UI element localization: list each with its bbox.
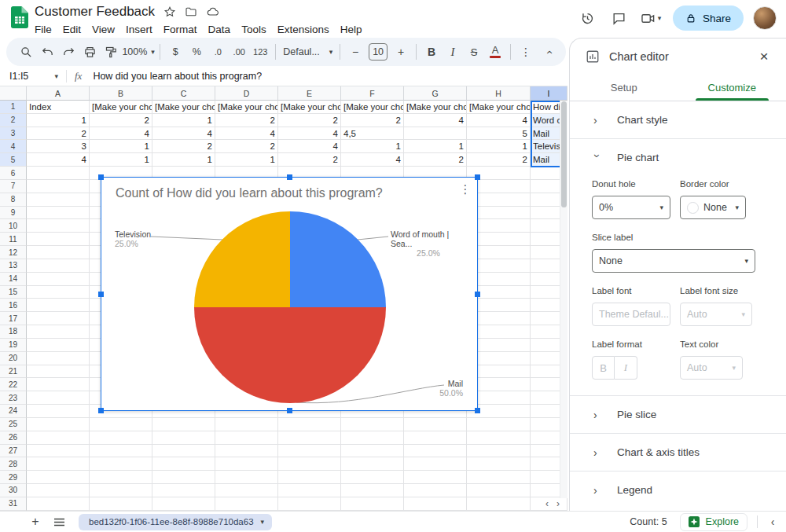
cell-F31[interactable] [341,497,404,511]
menu-file[interactable]: File [29,21,57,38]
cell-E5[interactable]: 2 [278,153,341,167]
section-chart-axis-titles[interactable]: › Chart & axis titles [570,434,786,471]
cell-A11[interactable] [27,233,90,246]
col-header-H[interactable]: H [467,86,531,101]
row-header-8[interactable]: 8 [0,193,27,207]
cell-A14[interactable] [27,273,90,286]
cell-G31[interactable] [404,497,467,511]
cell-E1[interactable]: [Make your choi [278,101,341,114]
move-folder-icon[interactable] [185,6,197,18]
cell-C1[interactable]: [Make your choi [152,101,215,114]
cell-D2[interactable]: 2 [215,114,278,127]
cell-B2[interactable]: 2 [90,114,152,127]
avatar[interactable] [753,6,777,30]
cell-B1[interactable]: [Make your choi [90,101,152,114]
sheet-tab[interactable]: bed132f0-1f06-11ee-8e8f-8988e710da63 ▾ [79,514,272,530]
row-header-12[interactable]: 12 [0,246,27,259]
menu-tools[interactable]: Tools [236,21,272,38]
row-header-2[interactable]: 2 [0,114,27,127]
row-header-10[interactable]: 10 [0,219,27,233]
row-header-26[interactable]: 26 [0,431,27,445]
cell-H28[interactable] [467,457,531,471]
sheets-logo-icon[interactable] [11,6,28,28]
border-color-select[interactable]: None ▾ [680,196,746,219]
cell-C28[interactable] [152,457,215,471]
cell-A30[interactable] [27,484,90,497]
cell-D28[interactable] [215,457,278,471]
cell-A12[interactable] [27,246,90,259]
col-header-E[interactable]: E [278,86,341,101]
row-header-25[interactable]: 25 [0,418,27,431]
document-title[interactable]: Customer Feedback [35,4,155,20]
row-header-22[interactable]: 22 [0,378,27,391]
cell-F26[interactable] [341,431,404,445]
row-header-4[interactable]: 4 [0,140,27,153]
select-all-corner[interactable] [0,86,27,101]
cell-E3[interactable]: 4 [278,127,341,141]
close-panel-icon[interactable]: × [755,48,773,65]
col-header-A[interactable]: A [27,86,90,101]
cell-A13[interactable] [27,259,90,273]
row-header-29[interactable]: 29 [0,471,27,484]
cell-E2[interactable]: 2 [278,114,341,127]
cell-B26[interactable] [90,431,152,445]
cell-H1[interactable]: [Make your choi [467,101,531,114]
tab-customize[interactable]: Customize [678,75,786,101]
percent-format-button[interactable]: % [186,42,207,62]
col-header-B[interactable]: B [90,86,152,101]
row-header-28[interactable]: 28 [0,457,27,471]
cell-G2[interactable]: 4 [404,114,467,127]
row-header-23[interactable]: 23 [0,391,27,405]
cell-D30[interactable] [215,484,278,497]
row-header-20[interactable]: 20 [0,352,27,365]
cell-E28[interactable] [278,457,341,471]
cell-A25[interactable] [27,418,90,431]
cell-B25[interactable] [90,418,152,431]
row-header-18[interactable]: 18 [0,325,27,339]
col-header-C[interactable]: C [152,86,215,101]
cell-C26[interactable] [152,431,215,445]
collapse-panel-icon[interactable]: ‹ [762,515,783,528]
formula-input[interactable]: How did you learn about this program? [93,71,262,82]
cell-D31[interactable] [215,497,278,511]
row-header-7[interactable]: 7 [0,180,27,193]
cell-F25[interactable] [341,418,404,431]
resize-handle[interactable] [98,174,104,180]
cell-B5[interactable]: 1 [90,153,152,167]
print-icon[interactable] [79,42,100,62]
cell-B27[interactable] [90,445,152,458]
row-header-19[interactable]: 19 [0,339,27,352]
cell-A19[interactable] [27,339,90,352]
cell-A26[interactable] [27,431,90,445]
menu-view[interactable]: View [86,21,120,38]
cell-H26[interactable] [467,431,531,445]
cell-G26[interactable] [404,431,467,445]
cell-G30[interactable] [404,484,467,497]
text-color-button[interactable]: A [485,42,505,62]
cell-B30[interactable] [90,484,152,497]
cell-A5[interactable]: 4 [27,153,90,167]
section-legend[interactable]: › Legend [570,471,786,508]
cell-D26[interactable] [215,431,278,445]
cell-A20[interactable] [27,352,90,365]
comments-icon[interactable] [605,6,634,31]
row-header-3[interactable]: 3 [0,127,27,141]
cell-C4[interactable]: 2 [152,140,215,153]
row-header-15[interactable]: 15 [0,286,27,299]
row-header-13[interactable]: 13 [0,259,27,273]
cell-A29[interactable] [27,471,90,484]
cell-E25[interactable] [278,418,341,431]
cell-H29[interactable] [467,471,531,484]
cell-F1[interactable]: [Make your choi [341,101,404,114]
chart-menu-icon[interactable]: ⋮ [457,182,474,196]
donut-hole-select[interactable]: 0% ▾ [592,196,670,219]
cell-D5[interactable]: 1 [215,153,278,167]
slice-label-select[interactable]: None ▾ [592,249,755,273]
cell-G25[interactable] [404,418,467,431]
cell-A18[interactable] [27,325,90,339]
cell-F28[interactable] [341,457,404,471]
row-header-30[interactable]: 30 [0,484,27,497]
cell-F27[interactable] [341,445,404,458]
row-header-24[interactable]: 24 [0,405,27,418]
meet-video-icon[interactable]: ▾ [637,6,665,31]
